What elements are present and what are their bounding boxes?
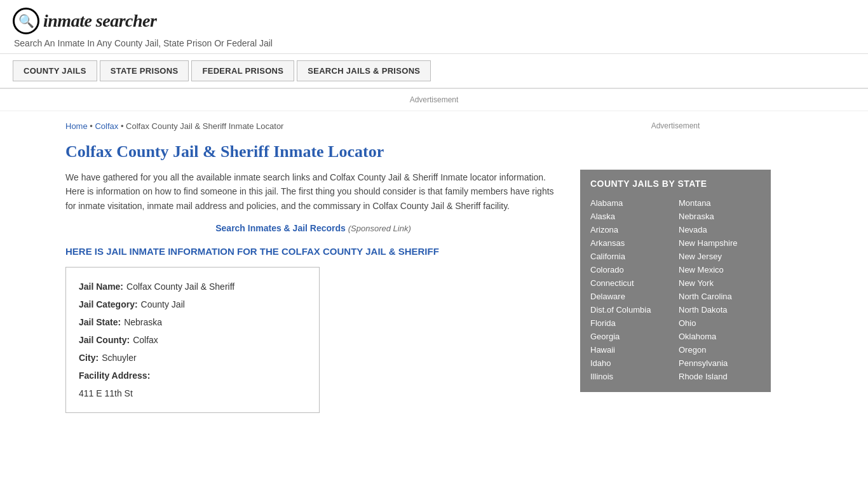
state-link-oregon[interactable]: Oregon [679,343,761,356]
state-link-nevada[interactable]: Nevada [679,223,761,236]
sponsored-label: (Sponsored Link) [348,224,411,233]
jail-address-value: 411 E 11th St [79,384,133,402]
state-link-connecticut[interactable]: Connecticut [590,276,672,290]
jail-county-label: Jail County: [79,331,130,349]
state-link-arizona[interactable]: Arizona [590,223,672,236]
breadcrumb-current: Colfax County Jail & Sheriff Inmate Loca… [126,121,283,131]
jail-name-label: Jail Name: [79,278,123,295]
jail-state-row: Jail State: Nebraska [79,313,306,331]
jail-state-value: Nebraska [124,313,162,331]
nav-state-prisons[interactable]: STATE PRISONS [100,60,189,81]
nav-county-jails[interactable]: COUNTY JAILS [13,60,97,81]
state-link-oklahoma[interactable]: Oklahoma [679,330,761,343]
state-link-new-york[interactable]: New York [679,276,761,290]
info-heading: HERE IS JAIL INMATE INFORMATION FOR THE … [65,246,561,257]
logo-text: inmate searcher [43,11,156,31]
jail-state-label: Jail State: [79,313,121,331]
jail-city-label: City: [79,349,98,367]
state-link-arkansas[interactable]: Arkansas [590,236,672,250]
breadcrumb-home[interactable]: Home [65,121,88,131]
search-inmates-link[interactable]: Search Inmates & Jail Records [215,223,346,233]
state-link-new-mexico[interactable]: New Mexico [679,263,761,276]
state-link-new-jersey[interactable]: New Jersey [679,250,761,263]
county-jails-by-state-box: COUNTY JAILS BY STATE AlabamaAlaskaArizo… [580,170,771,392]
state-link-georgia[interactable]: Georgia [590,330,672,343]
jail-category-value: County Jail [141,295,185,313]
state-link-ohio[interactable]: Ohio [679,316,761,330]
jail-category-label: Jail Category: [79,295,138,313]
intro-text: We have gathered for you all the availab… [65,170,561,213]
nav-bar: COUNTY JAILS STATE PRISONS FEDERAL PRISO… [0,54,868,89]
state-link-montana[interactable]: Montana [679,196,761,210]
jail-county-value: Colfax [133,331,158,349]
main-content: Home • Colfax • Colfax County Jail & She… [65,111,574,426]
jail-city-value: Schuyler [102,349,136,367]
state-link-delaware[interactable]: Delaware [590,290,672,303]
tagline: Search An Inmate In Any County Jail, Sta… [14,38,855,48]
state-link-illinois[interactable]: Illinois [590,370,672,383]
states-col1: AlabamaAlaskaArizonaArkansasCaliforniaCo… [590,196,672,383]
jail-county-row: Jail County: Colfax [79,331,306,349]
state-link-idaho[interactable]: Idaho [590,356,672,370]
states-grid: AlabamaAlaskaArizonaArkansasCaliforniaCo… [590,196,761,383]
logo-area: 🔍 inmate searcher [13,8,855,34]
advertisement-top: Advertisement [0,89,868,111]
state-link-california[interactable]: California [590,250,672,263]
state-link-new-hampshire[interactable]: New Hampshire [679,236,761,250]
breadcrumb-parent[interactable]: Colfax [95,121,118,131]
jail-name-value: Colfax County Jail & Sheriff [126,278,234,295]
search-link-area: Search Inmates & Jail Records (Sponsored… [65,223,561,233]
state-link-rhode-island[interactable]: Rhode Island [679,370,761,383]
page-title: Colfax County Jail & Sheriff Inmate Loca… [65,142,561,161]
sidebar: Advertisement COUNTY JAILS BY STATE Alab… [574,111,771,426]
state-link-colorado[interactable]: Colorado [590,263,672,276]
nav-federal-prisons[interactable]: FEDERAL PRISONS [191,60,294,81]
jail-category-row: Jail Category: County Jail [79,295,306,313]
state-link-dist-of-columbia[interactable]: Dist.of Columbia [590,303,672,316]
state-link-alabama[interactable]: Alabama [590,196,672,210]
jail-info-box: Jail Name: Colfax County Jail & Sheriff … [65,267,320,413]
nav-search-jails[interactable]: SEARCH JAILS & PRISONS [297,60,431,81]
state-link-pennsylvania[interactable]: Pennsylvania [679,356,761,370]
jail-address-value-row: 411 E 11th St [79,384,306,402]
states-col2: MontanaNebraskaNevadaNew HampshireNew Je… [679,196,761,383]
state-link-florida[interactable]: Florida [590,316,672,330]
state-link-nebraska[interactable]: Nebraska [679,210,761,223]
jail-name-row: Jail Name: Colfax County Jail & Sheriff [79,278,306,295]
jail-address-row: Facility Address: [79,367,306,384]
logo-icon: 🔍 [13,8,39,34]
state-link-north-carolina[interactable]: North Carolina [679,290,761,303]
breadcrumb: Home • Colfax • Colfax County Jail & She… [65,121,561,131]
sidebar-advertisement: Advertisement [580,121,771,159]
state-link-north-dakota[interactable]: North Dakota [679,303,761,316]
jail-address-label: Facility Address: [79,367,150,384]
jail-city-row: City: Schuyler [79,349,306,367]
county-jails-by-state-title: COUNTY JAILS BY STATE [590,179,761,189]
state-link-hawaii[interactable]: Hawaii [590,343,672,356]
state-link-alaska[interactable]: Alaska [590,210,672,223]
